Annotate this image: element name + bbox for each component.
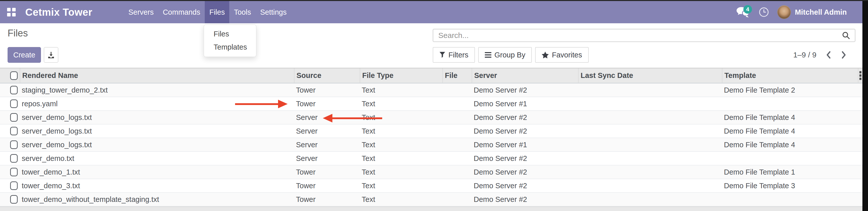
filters-button[interactable]: Filters — [433, 47, 475, 63]
row-checkbox-cell — [0, 154, 20, 163]
funnel-icon — [439, 52, 445, 58]
window-right-edge — [862, 0, 868, 211]
cell-source: Tower — [294, 100, 360, 108]
row-checkbox[interactable] — [10, 141, 18, 149]
row-checkbox[interactable] — [10, 195, 18, 204]
table-row[interactable]: server_demo_logs.txtServerTextDemo Serve… — [0, 138, 862, 152]
dropdown-item-templates[interactable]: Templates — [204, 40, 256, 54]
row-checkbox-cell — [0, 113, 20, 122]
row-checkbox[interactable] — [10, 181, 18, 190]
row-checkbox[interactable] — [10, 86, 18, 94]
table-row[interactable]: server_demo.txtServerTextDemo Server #2 — [0, 152, 862, 165]
magnifier-icon — [842, 31, 850, 40]
main-menu: Servers Commands Files Tools Settings — [124, 1, 291, 23]
cell-template: Demo File Template 4 — [722, 127, 858, 135]
cell-rendered-name: staging_tower_demo_2.txt — [20, 86, 294, 94]
chevron-left-icon — [826, 51, 832, 59]
menu-item-files[interactable]: Files — [205, 1, 229, 23]
table-row[interactable]: staging_tower_demo_2.txtTowerTextDemo Se… — [0, 84, 862, 97]
column-header-server[interactable]: Server — [472, 68, 578, 83]
activities-button[interactable] — [758, 6, 770, 18]
pager: 1–9 / 9 — [793, 47, 847, 63]
menu-item-tools[interactable]: Tools — [229, 1, 255, 23]
cell-server: Demo Server #2 — [472, 113, 578, 122]
cell-source: Tower — [294, 86, 360, 94]
messages-count-badge: 4 — [743, 5, 752, 14]
dropdown-item-files[interactable]: Files — [204, 27, 256, 40]
column-header-template[interactable]: Template — [722, 68, 858, 83]
cell-file-type: Text — [360, 127, 442, 135]
files-menu-dropdown: Files Templates — [204, 25, 256, 57]
cell-file-type: Text — [360, 100, 442, 108]
table-row[interactable]: server_demo_logs.txtServerTextDemo Serve… — [0, 124, 862, 138]
row-checkbox[interactable] — [10, 99, 18, 108]
bars-icon — [485, 52, 491, 58]
messages-button[interactable]: 4 — [736, 6, 750, 19]
optional-columns-button[interactable] — [858, 68, 862, 83]
cell-source: Server — [294, 113, 360, 122]
menu-item-commands[interactable]: Commands — [158, 1, 205, 23]
cell-template: Demo File Template 4 — [722, 141, 858, 149]
cell-rendered-name: server_demo_logs.txt — [20, 127, 294, 135]
cell-server: Demo Server #1 — [472, 141, 578, 149]
apps-grid-icon[interactable] — [7, 8, 16, 17]
row-checkbox-cell — [0, 181, 20, 190]
pager-previous-button[interactable] — [826, 51, 832, 59]
download-icon — [47, 51, 55, 59]
cell-template: Demo File Template 4 — [722, 113, 858, 122]
group-by-button[interactable]: Group By — [478, 47, 532, 63]
user-menu[interactable]: Mitchell Admin — [777, 5, 847, 19]
table-row[interactable]: repos.yamlTowerTextDemo Server #1 — [0, 97, 862, 111]
row-checkbox[interactable] — [10, 168, 18, 176]
cell-source: Tower — [294, 168, 360, 176]
row-checkbox[interactable] — [10, 113, 18, 122]
column-header-rendered-name[interactable]: Rendered Name — [20, 68, 294, 83]
cell-server: Demo Server #2 — [472, 127, 578, 135]
select-all-cell — [0, 68, 20, 83]
app-brand[interactable]: Cetmix Tower — [25, 1, 92, 23]
cell-server: Demo Server #1 — [472, 100, 578, 108]
cell-rendered-name: tower_demo_3.txt — [20, 182, 294, 190]
cell-file-type: Text — [360, 168, 442, 176]
search-submit-button[interactable] — [842, 31, 850, 40]
favorites-label: Favorites — [552, 51, 582, 59]
table-row[interactable]: tower_demo_3.txtTowerTextDemo Server #2D… — [0, 179, 862, 193]
navbar-right: 4 Mitchell Admin — [736, 1, 847, 23]
cell-file-type: Text — [360, 154, 442, 163]
pager-next-button[interactable] — [841, 51, 847, 59]
user-name: Mitchell Admin — [795, 8, 847, 17]
row-checkbox-cell — [0, 99, 20, 108]
cell-rendered-name: server_demo.txt — [20, 154, 294, 163]
export-button[interactable] — [44, 47, 58, 63]
cell-template: Demo File Template 1 — [722, 168, 858, 176]
table-row[interactable]: server_demo_logs.txtServerTextDemo Serve… — [0, 111, 862, 124]
create-button[interactable]: Create — [8, 47, 41, 63]
table-row[interactable]: tower_demo_without_template_staging.txtT… — [0, 193, 862, 206]
menu-item-servers[interactable]: Servers — [124, 1, 158, 23]
column-header-file-type[interactable]: File Type — [360, 68, 442, 83]
cell-file-type: Text — [360, 141, 442, 149]
cell-rendered-name: repos.yaml — [20, 100, 294, 108]
clock-icon — [758, 6, 770, 18]
avatar — [777, 5, 791, 19]
table-row[interactable]: tower_demo_1.txtTowerTextDemo Server #2D… — [0, 165, 862, 179]
favorites-button[interactable]: Favorites — [535, 47, 588, 63]
select-all-checkbox[interactable] — [10, 71, 18, 80]
cell-file-type: Text — [360, 113, 442, 122]
column-header-source[interactable]: Source — [294, 68, 360, 83]
cell-server: Demo Server #2 — [472, 168, 578, 176]
cell-source: Server — [294, 141, 360, 149]
row-checkbox[interactable] — [10, 127, 18, 135]
filters-label: Filters — [448, 51, 468, 59]
table-header: Rendered Name Source File Type File Serv… — [0, 68, 862, 84]
column-header-last-sync-date[interactable]: Last Sync Date — [578, 68, 722, 83]
control-panel: Files Create Filters — [0, 23, 862, 68]
search-input[interactable] — [433, 31, 842, 40]
row-checkbox-cell — [0, 86, 20, 94]
menu-item-settings[interactable]: Settings — [255, 1, 291, 23]
table-footer-strip — [0, 206, 862, 211]
column-header-file[interactable]: File — [442, 68, 472, 83]
cell-source: Tower — [294, 182, 360, 190]
row-checkbox[interactable] — [10, 154, 18, 163]
cell-rendered-name: tower_demo_1.txt — [20, 168, 294, 176]
